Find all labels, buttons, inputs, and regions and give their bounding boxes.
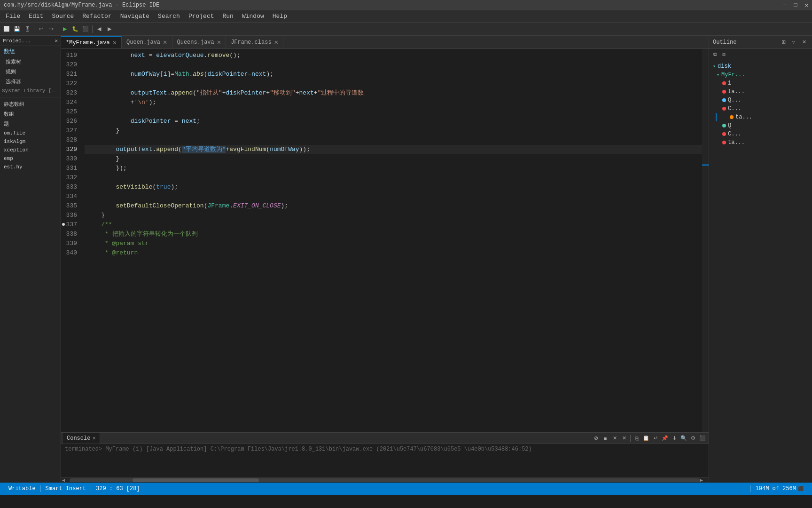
console-settings[interactable]: ⚙ bbox=[689, 434, 697, 443]
tab-close-jframe[interactable]: ✕ bbox=[274, 39, 278, 46]
tab-jframe[interactable]: JFrame.class ✕ bbox=[226, 36, 283, 48]
line-content: +'\n'); bbox=[85, 98, 709, 107]
menu-project[interactable]: Project bbox=[185, 12, 218, 21]
tab-queen[interactable]: Queen.java ✕ bbox=[122, 36, 172, 48]
sidebar-collapse[interactable]: ✕ bbox=[55, 38, 58, 44]
outline-item-q2[interactable]: Q bbox=[709, 121, 812, 130]
outline-dot-i bbox=[722, 81, 726, 85]
scroll-track[interactable] bbox=[70, 478, 700, 482]
console-tab[interactable]: Console ✕ bbox=[63, 433, 100, 444]
toolbar-redo[interactable]: ↪ bbox=[47, 24, 56, 34]
outline-dot-q2 bbox=[722, 124, 726, 127]
console-tab-close[interactable]: ✕ bbox=[92, 435, 95, 442]
sidebar-item[interactable]: 数组 bbox=[0, 46, 61, 57]
console-pin[interactable]: 📌 bbox=[661, 434, 669, 443]
tab-close-myframe[interactable]: ✕ bbox=[113, 40, 117, 46]
scroll-left[interactable]: ◀ bbox=[62, 477, 70, 483]
code-editor[interactable]: 319 next = elevatorQueue.remove(); 320 3… bbox=[61, 49, 709, 432]
console-copy[interactable]: ⎘ bbox=[632, 434, 641, 443]
sidebar-item[interactable]: 搜索树 bbox=[0, 57, 61, 67]
console-find[interactable]: 🔍 bbox=[679, 434, 688, 443]
menu-navigate[interactable]: Navigate bbox=[117, 12, 153, 21]
sidebar-item[interactable]: 规则 bbox=[0, 67, 61, 77]
outline-toggle2[interactable]: ⧈ bbox=[719, 50, 728, 59]
menu-help[interactable]: Help bbox=[269, 12, 291, 21]
sidebar-title: Projec... bbox=[3, 38, 31, 44]
console-btn2[interactable]: ■ bbox=[601, 434, 609, 443]
outline-item-myframe[interactable]: ▾ MyFr... bbox=[709, 71, 812, 79]
sidebar-item[interactable]: iskAlgm bbox=[0, 137, 61, 146]
outline-expand-disk: ▾ bbox=[713, 64, 716, 69]
minimize-btn[interactable]: ─ bbox=[783, 2, 786, 9]
toolbar-fwd[interactable]: ▶ bbox=[105, 24, 114, 34]
menu-search[interactable]: Search bbox=[154, 12, 184, 21]
line-number: 332 bbox=[61, 173, 85, 183]
toolbar-saveall[interactable]: 🗄 bbox=[23, 24, 32, 34]
outline-item-q1[interactable]: Q... bbox=[709, 96, 812, 104]
scroll-thumb[interactable] bbox=[133, 478, 258, 482]
outline-label: C... bbox=[728, 131, 742, 137]
sidebar-item[interactable]: est.hy bbox=[0, 163, 61, 171]
outline-sort[interactable]: ⊞ bbox=[779, 38, 788, 47]
title-text: com.hy/src/diskAlgm/MyFrame.java - Eclip… bbox=[4, 2, 159, 8]
toolbar-stop[interactable]: ⬛ bbox=[81, 24, 90, 34]
console-btn4[interactable]: ✕ bbox=[620, 434, 628, 443]
tab-close-queens[interactable]: ✕ bbox=[217, 39, 221, 46]
console-btn3[interactable]: ✕ bbox=[610, 434, 619, 443]
console-terminated: terminated> MyFrame (1) [Java Applicatio… bbox=[65, 446, 705, 452]
menu-edit[interactable]: Edit bbox=[25, 12, 47, 21]
outline-item-c2[interactable]: C... bbox=[709, 130, 812, 138]
status-smart-insert[interactable]: Smart Insert bbox=[41, 483, 91, 495]
toolbar-run[interactable]: ▶ bbox=[60, 24, 70, 34]
menu-bar: File Edit Source Refactor Navigate Searc… bbox=[0, 10, 812, 23]
sidebar-item[interactable]: om.file bbox=[0, 129, 61, 137]
outline-item-ta2[interactable]: ta... bbox=[709, 138, 812, 147]
sidebar-item[interactable]: emp bbox=[0, 154, 61, 163]
console-clear[interactable]: ⊘ bbox=[592, 434, 600, 443]
toolbar-save[interactable]: 💾 bbox=[12, 24, 22, 34]
console-expand[interactable]: ⬛ bbox=[698, 434, 707, 443]
outline-filter[interactable]: ▿ bbox=[789, 38, 798, 47]
console-wrap[interactable]: ↵ bbox=[651, 434, 660, 443]
line-content: diskPointer = next; bbox=[85, 117, 709, 126]
outline-item-la[interactable]: la... bbox=[709, 87, 812, 96]
close-btn[interactable]: ✕ bbox=[805, 2, 808, 9]
toolbar-back[interactable]: ◀ bbox=[94, 24, 104, 34]
console-scroll[interactable]: ⬇ bbox=[670, 434, 679, 443]
tab-myframe[interactable]: *MyFrame.java ✕ bbox=[61, 36, 122, 48]
line-content: next = elevatorQueue.remove(); bbox=[85, 51, 709, 60]
line-content: outputText.append("指针从"+diskPointer+"移动到… bbox=[85, 88, 709, 98]
scroll-right[interactable]: ▶ bbox=[700, 477, 708, 483]
toolbar-debug[interactable]: 🐛 bbox=[70, 24, 80, 34]
menu-run[interactable]: Run bbox=[219, 12, 237, 21]
menu-window[interactable]: Window bbox=[238, 12, 268, 21]
outline-item-i[interactable]: i bbox=[709, 79, 812, 87]
outline-item-c1[interactable]: C... bbox=[709, 104, 812, 113]
toolbar-new[interactable]: ⬜ bbox=[2, 24, 11, 34]
sidebar-item[interactable]: 静态数组 bbox=[0, 99, 61, 109]
menu-refactor[interactable]: Refactor bbox=[78, 12, 115, 21]
menu-source[interactable]: Source bbox=[48, 12, 78, 21]
outline-collapse[interactable]: ✕ bbox=[800, 38, 808, 47]
status-writable[interactable]: Writable bbox=[4, 483, 40, 495]
scroll-indicator[interactable] bbox=[702, 49, 709, 432]
console-tab-label: Console bbox=[67, 435, 90, 442]
menu-file[interactable]: File bbox=[2, 12, 24, 21]
tab-queens[interactable]: Queens.java ✕ bbox=[172, 36, 226, 48]
table-row: 325 bbox=[61, 107, 709, 117]
sidebar-item[interactable]: 数组 bbox=[0, 109, 61, 119]
toolbar-undo[interactable]: ↩ bbox=[36, 24, 46, 34]
sidebar-item[interactable]: 题 bbox=[0, 119, 61, 129]
outline-toggle1[interactable]: ⧉ bbox=[711, 50, 719, 59]
tab-close-queen[interactable]: ✕ bbox=[163, 39, 167, 46]
sidebar-item[interactable]: xception bbox=[0, 146, 61, 154]
sidebar-item[interactable]: 选择器 bbox=[0, 77, 61, 87]
outline-item-disk[interactable]: ▾ disk bbox=[709, 62, 812, 71]
line-number: 326 bbox=[61, 117, 85, 126]
horiz-scroll[interactable]: ◀ ▶ bbox=[61, 477, 709, 483]
outline-item-ta[interactable]: ta... bbox=[717, 113, 812, 121]
status-position[interactable]: 329 : 63 [28] bbox=[91, 483, 145, 495]
maximize-btn[interactable]: □ bbox=[794, 2, 797, 9]
console-paste[interactable]: 📋 bbox=[642, 434, 650, 443]
status-memory[interactable]: 104M of 256M ⬛ bbox=[751, 483, 808, 495]
